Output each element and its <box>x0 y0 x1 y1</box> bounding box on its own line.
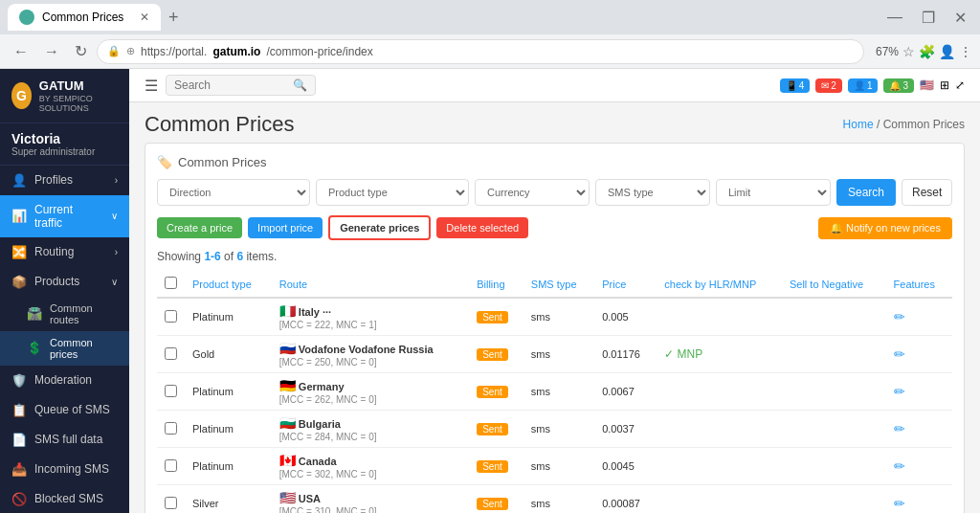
edit-icon[interactable]: ✏ <box>894 309 905 324</box>
badge-notification[interactable]: 🔔 3 <box>883 78 914 93</box>
address-bar[interactable]: 🔒 ⊕ https://portal.gatum.io/common-price… <box>97 39 864 64</box>
edit-icon[interactable]: ✏ <box>894 458 905 474</box>
col-features: Features <box>886 271 952 298</box>
restore-button[interactable]: ❐ <box>916 5 941 31</box>
edit-icon[interactable]: ✏ <box>894 346 905 362</box>
queue-icon: 📋 <box>11 403 27 417</box>
page-title: Common Prices <box>145 112 294 137</box>
sidebar-item-routing[interactable]: 🔀Routing › <box>0 237 129 267</box>
topbar-left: ☰ 🔍 <box>145 75 316 96</box>
expand-icon[interactable]: ⤢ <box>955 78 965 92</box>
select-all-header <box>157 271 185 298</box>
menu-button[interactable]: ⋮ <box>959 44 972 59</box>
cell-sell-negative <box>782 448 886 485</box>
bookmark-button[interactable]: ☆ <box>902 44 915 59</box>
sidebar-item-common-prices[interactable]: 💲Common prices <box>0 331 129 366</box>
products-icon: 📦 <box>11 275 27 289</box>
notify-button[interactable]: 🔔 Notify on new prices <box>818 217 952 239</box>
country-flag: 🇮🇹 <box>279 303 296 319</box>
row-checkbox-cell <box>157 411 185 448</box>
cell-product-type: Gold <box>185 336 272 373</box>
row-checkbox[interactable] <box>165 385 177 397</box>
sms-type-select[interactable]: SMS type <box>595 179 710 206</box>
cell-product-type: Platinum <box>185 448 272 485</box>
select-all-checkbox[interactable] <box>165 277 177 289</box>
sidebar-item-incoming-sms[interactable]: 📥Incoming SMS <box>0 455 129 484</box>
row-checkbox[interactable] <box>165 422 177 435</box>
route-main: Canada <box>299 456 337 467</box>
row-checkbox[interactable] <box>165 497 177 509</box>
breadcrumb-home[interactable]: Home <box>843 118 874 131</box>
sidebar-item-moderation[interactable]: 🛡️Moderation <box>0 366 129 395</box>
chevron-down-icon: ∨ <box>111 211 118 221</box>
table-row: Platinum 🇩🇪 Germany [MCC = 262, MNC = 0]… <box>157 373 952 411</box>
cell-sms-type: sms <box>523 485 594 514</box>
browser-nav: ← → ↻ 🔒 ⊕ https://portal.gatum.io/common… <box>0 34 980 69</box>
grid-icon[interactable]: ⊞ <box>940 78 949 92</box>
sidebar-item-label: SMS full data <box>34 433 102 446</box>
row-checkbox[interactable] <box>165 310 177 323</box>
sms-data-icon: 📄 <box>11 433 27 447</box>
sidebar-item-current-traffic[interactable]: 📊Current traffic ∨ <box>0 195 129 237</box>
direction-select[interactable]: Direction <box>157 179 310 206</box>
new-tab-button[interactable]: + <box>168 8 179 28</box>
row-checkbox[interactable] <box>165 347 177 360</box>
refresh-button[interactable]: ↻ <box>69 38 93 64</box>
forward-button[interactable]: → <box>38 39 65 64</box>
import-price-button[interactable]: Import price <box>248 217 323 238</box>
search-box[interactable]: 🔍 <box>166 75 316 96</box>
edit-icon[interactable]: ✏ <box>894 421 905 436</box>
country-flag: 🇩🇪 <box>279 378 296 393</box>
hamburger-menu-button[interactable]: ☰ <box>145 77 158 95</box>
sidebar-item-blocked-sms[interactable]: 🚫Blocked SMS <box>0 484 129 513</box>
route-main: Italy ··· <box>299 306 331 318</box>
cell-billing: Sent <box>469 411 523 448</box>
cell-sms-type: sms <box>523 336 594 373</box>
cell-sell-negative <box>782 336 886 373</box>
sidebar-item-common-routes[interactable]: 🛣️Common routes <box>0 297 129 331</box>
close-browser-button[interactable]: ✕ <box>948 5 972 31</box>
sidebar-item-profiles[interactable]: 👤Profiles › <box>0 166 129 195</box>
badge-user[interactable]: 👤 1 <box>848 78 879 93</box>
edit-icon[interactable]: ✏ <box>894 496 905 511</box>
extensions-button[interactable]: 🧩 <box>919 44 935 59</box>
reset-button[interactable]: Reset <box>902 179 952 206</box>
cell-route: 🇷🇺 Vodafone Vodafone Russia [MCC = 250, … <box>272 336 469 373</box>
chevron-right-icon: › <box>115 247 118 257</box>
row-checkbox[interactable] <box>165 459 177 472</box>
tab-title: Common Prices <box>42 11 123 24</box>
limit-select[interactable]: Limit <box>716 179 831 206</box>
search-button[interactable]: Search <box>836 179 896 206</box>
table-row: Platinum 🇧🇬 Bulgaria [MCC = 284, MNC = 0… <box>157 411 952 448</box>
search-input[interactable] <box>174 78 289 92</box>
generate-prices-button[interactable]: Generate prices <box>328 215 431 240</box>
cell-route: 🇺🇸 USA [MCC = 310, MNC = 0] <box>272 485 469 514</box>
zoom-level: 67% <box>876 45 899 58</box>
profile-button[interactable]: 👤 <box>939 44 955 59</box>
table-header-row: Product type Route Billing SMS type Pric… <box>157 271 952 298</box>
sidebar-item-queue-sms[interactable]: 📋Queue of SMS <box>0 395 129 425</box>
table-row: Platinum 🇮🇹 Italy ··· [MCC = 222, MNC = … <box>157 298 952 336</box>
sidebar: G GATUM BY SEMPICO SOLUTIONS Victoria Su… <box>0 69 129 513</box>
edit-icon[interactable]: ✏ <box>894 384 905 399</box>
create-price-button[interactable]: Create a price <box>157 217 242 238</box>
browser-tab[interactable]: Common Prices ✕ <box>8 4 161 31</box>
badge-mail[interactable]: ✉ 2 <box>815 78 842 93</box>
sidebar-item-label: Routing <box>34 245 74 258</box>
cell-hlr-mnp <box>657 485 782 514</box>
route-sub: [MCC = 250, MNC = 0] <box>279 357 377 368</box>
tab-close-button[interactable]: ✕ <box>140 11 149 24</box>
incoming-icon: 📥 <box>11 462 27 477</box>
sidebar-item-products[interactable]: 📦Products ∨ <box>0 267 129 297</box>
product-type-select[interactable]: Product type <box>316 179 469 206</box>
currency-select[interactable]: Currency <box>475 179 590 206</box>
logo-text: GATUM BY SEMPICO SOLUTIONS <box>39 78 118 113</box>
badge-sms[interactable]: 📱 4 <box>780 78 811 93</box>
delete-selected-button[interactable]: Delete selected <box>436 217 528 238</box>
sidebar-logo: G GATUM BY SEMPICO SOLUTIONS <box>0 69 129 123</box>
blocked-icon: 🚫 <box>11 492 27 506</box>
minimize-button[interactable]: — <box>881 5 908 31</box>
back-button[interactable]: ← <box>8 39 34 64</box>
sidebar-item-sms-full-data[interactable]: 📄SMS full data <box>0 425 129 455</box>
cell-billing: Sent <box>469 485 523 514</box>
